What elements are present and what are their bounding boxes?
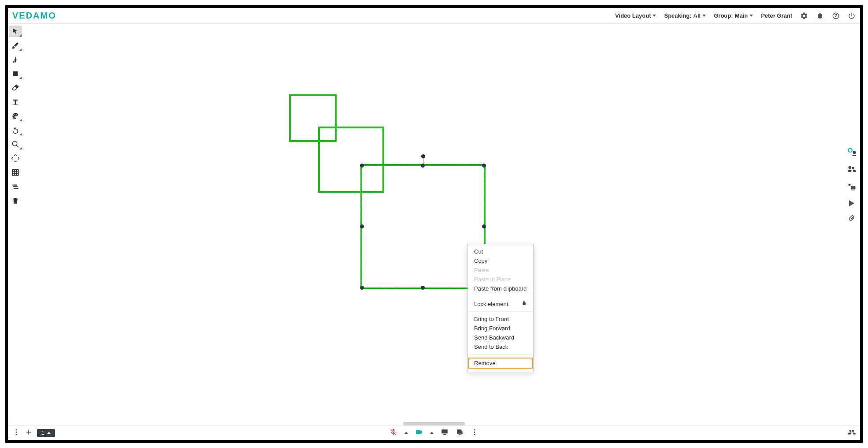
- add-page-icon[interactable]: [25, 428, 33, 438]
- shape-tool[interactable]: [9, 68, 22, 79]
- resize-handle-bl[interactable]: [360, 286, 364, 290]
- ctx-item-label: Lock element: [474, 301, 508, 307]
- ctx-item-remove[interactable]: Remove: [468, 357, 533, 369]
- resize-handle-mt[interactable]: [421, 164, 425, 168]
- camera-on-icon[interactable]: [415, 428, 423, 438]
- svg-point-13: [474, 429, 475, 430]
- shape-rectangle-selected[interactable]: [360, 164, 486, 289]
- main-area: CutCopyPastePaste in PlacePaste from cli…: [8, 24, 860, 425]
- rotate-handle[interactable]: [421, 154, 425, 158]
- video-layout-dropdown[interactable]: Video Layout: [615, 12, 656, 19]
- resize-handle-tl[interactable]: [360, 164, 364, 168]
- palette-tool[interactable]: [9, 110, 22, 122]
- fit-tool[interactable]: [9, 153, 22, 164]
- selection-outline: [361, 164, 485, 289]
- bell-icon[interactable]: [816, 12, 824, 20]
- horizontal-scrollbar[interactable]: [403, 422, 465, 426]
- microphone-muted-icon[interactable]: [389, 428, 397, 438]
- ctx-item-label: Bring to Front: [474, 316, 509, 322]
- trash-tool[interactable]: [9, 195, 22, 206]
- svg-rect-1: [13, 71, 18, 76]
- eraser-tool[interactable]: [9, 82, 22, 93]
- participants-icon[interactable]: [847, 165, 856, 175]
- speaking-label: Speaking:: [664, 12, 691, 19]
- svg-point-11: [16, 431, 17, 433]
- svg-point-15: [474, 433, 475, 435]
- chevron-up-icon: [47, 432, 51, 434]
- play-icon[interactable]: [849, 200, 854, 206]
- page-indicator[interactable]: 1: [37, 429, 55, 437]
- bottombar: 1: [8, 425, 860, 440]
- chevron-down-icon: [653, 15, 656, 17]
- layers-tool[interactable]: [9, 181, 22, 192]
- speaking-dropdown[interactable]: Speaking: All: [664, 12, 706, 19]
- attachment-icon[interactable]: [847, 213, 856, 224]
- brush-tool[interactable]: [9, 40, 22, 51]
- ctx-item-label: Cut: [474, 248, 483, 255]
- svg-point-0: [13, 61, 15, 63]
- svg-point-8: [849, 166, 852, 169]
- more-icon[interactable]: [12, 428, 20, 438]
- mic-options-icon[interactable]: [404, 432, 408, 434]
- resize-handle-ml[interactable]: [360, 224, 364, 228]
- svg-point-5: [17, 115, 18, 116]
- ctx-item-label: Paste: [474, 267, 489, 273]
- ctx-item-paste: Paste: [468, 265, 533, 275]
- grid-tool[interactable]: [9, 167, 22, 178]
- chevron-down-icon: [749, 15, 753, 17]
- whiteboard-canvas[interactable]: CutCopyPastePaste in PlacePaste from cli…: [25, 24, 842, 425]
- user-name[interactable]: Peter Grant: [761, 12, 792, 19]
- svg-point-9: [849, 184, 851, 186]
- logo: VEDAMO: [12, 11, 56, 21]
- svg-point-12: [16, 433, 17, 435]
- svg-point-7: [849, 149, 852, 152]
- context-menu: CutCopyPastePaste in PlacePaste from cli…: [467, 244, 534, 372]
- participants-panel-icon[interactable]: [848, 428, 856, 438]
- resize-handle-tr[interactable]: [482, 164, 486, 168]
- resize-handle-mb[interactable]: [421, 286, 425, 290]
- screen-icon[interactable]: [441, 428, 449, 438]
- chat-icon[interactable]: [456, 428, 464, 438]
- ctx-item-send-backward[interactable]: Send Backward: [468, 333, 533, 342]
- pointer-tool[interactable]: [9, 54, 22, 65]
- group-dropdown[interactable]: Group: Main: [714, 12, 753, 19]
- resize-handle-mr[interactable]: [482, 224, 486, 228]
- svg-point-10: [16, 429, 17, 430]
- undo-tool[interactable]: [9, 124, 22, 136]
- page-number-label: 1: [41, 430, 45, 436]
- left-toolbar: [9, 26, 24, 206]
- right-rail: [844, 147, 859, 224]
- power-icon[interactable]: [848, 12, 856, 20]
- ctx-item-copy[interactable]: Copy: [468, 256, 533, 265]
- svg-point-6: [13, 118, 15, 119]
- ctx-item-label: Remove: [474, 360, 495, 366]
- video-layout-label: Video Layout: [615, 12, 651, 19]
- gear-icon[interactable]: [800, 12, 808, 20]
- ctx-item-label: Bring Forward: [474, 325, 510, 332]
- zoom-tool[interactable]: [9, 138, 22, 150]
- ctx-item-label: Send to Back: [474, 343, 508, 350]
- ctx-item-bring-forward[interactable]: Bring Forward: [468, 324, 533, 333]
- ctx-item-label: Paste in Place: [474, 276, 511, 283]
- ctx-item-cut[interactable]: Cut: [468, 247, 533, 256]
- ctx-item-label: Send Backward: [474, 334, 514, 341]
- screen-share-icon[interactable]: [847, 183, 856, 193]
- ctx-item-bring-to-front[interactable]: Bring to Front: [468, 314, 533, 324]
- ctx-item-lock-element[interactable]: Lock element: [468, 299, 533, 309]
- ctx-item-paste-from-clipboard[interactable]: Paste from clipboard: [468, 284, 533, 293]
- ctx-item-paste-in-place: Paste in Place: [468, 275, 533, 284]
- chevron-down-icon: [702, 15, 706, 17]
- select-tool[interactable]: [9, 26, 22, 37]
- svg-point-2: [13, 115, 14, 116]
- ctx-item-label: Copy: [474, 258, 487, 264]
- ctx-item-label: Paste from clipboard: [474, 285, 527, 292]
- svg-point-3: [15, 114, 15, 115]
- speaking-value: All: [694, 12, 701, 19]
- bottom-more-icon[interactable]: [471, 428, 479, 438]
- participant-self-icon[interactable]: [847, 147, 856, 158]
- text-tool[interactable]: [9, 96, 22, 108]
- camera-options-icon[interactable]: [430, 432, 434, 434]
- help-icon[interactable]: [832, 12, 840, 20]
- header: VEDAMO Video Layout Speaking: All Group:…: [8, 8, 860, 24]
- ctx-item-send-to-back[interactable]: Send to Back: [468, 342, 533, 351]
